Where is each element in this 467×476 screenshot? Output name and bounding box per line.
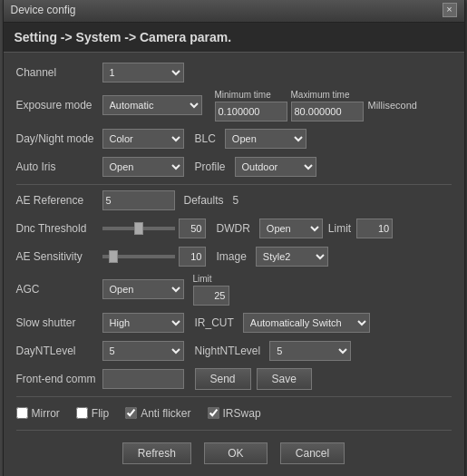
profile-group: Profile Outdoor Indoor xyxy=(195,157,316,177)
mirror-label: Mirror xyxy=(32,407,60,420)
ae-sensitivity-row: AE Sensitivity 10 Image Style1 Style2 St… xyxy=(16,246,452,267)
dnc-limit-input[interactable]: 10 xyxy=(356,219,393,238)
dnc-threshold-row: Dnc Threshold 50 DWDR Open Close Limit 1… xyxy=(16,218,452,239)
dwdr-group: DWDR Open Close Limit 10 xyxy=(217,219,394,238)
night-nt-level-label: NightNTLevel xyxy=(195,345,261,357)
mirror-checkbox[interactable] xyxy=(16,407,28,419)
mirror-checkbox-item: Mirror xyxy=(16,407,60,420)
day-night-mode-select[interactable]: Color B/W Auto xyxy=(102,129,184,149)
ae-reference-input[interactable]: 5 xyxy=(102,190,175,210)
exposure-mode-row: Exposure mode Automatic Manual Minimum t… xyxy=(16,90,452,121)
title-bar: Device config × xyxy=(4,0,464,23)
day-night-mode-row: Day/Night mode Color B/W Auto BLC Open C… xyxy=(16,128,452,150)
dnc-threshold-slider[interactable] xyxy=(102,227,175,230)
ae-sensitivity-label: AE Sensitivity xyxy=(16,250,102,263)
cancel-button[interactable]: Cancel xyxy=(280,442,345,464)
agc-limit-label: Limit xyxy=(193,274,212,284)
front-end-comm-row: Front-end comm Send Save xyxy=(16,368,452,390)
anti-flicker-label: Anti flicker xyxy=(141,407,190,420)
agc-select[interactable]: Open Close xyxy=(102,279,184,299)
ir-swap-checkbox[interactable] xyxy=(208,407,219,419)
ir-cut-select[interactable]: Automatically Switch Always Open Always … xyxy=(243,313,370,333)
auto-iris-select[interactable]: Open Close xyxy=(102,157,184,177)
profile-label: Profile xyxy=(195,160,226,173)
day-nt-level-select[interactable]: 12345 678910 xyxy=(102,341,184,361)
ir-swap-label: IRSwap xyxy=(223,407,261,420)
save-button[interactable]: Save xyxy=(257,368,312,390)
dnc-threshold-value[interactable]: 50 xyxy=(179,219,206,238)
ir-swap-checkbox-item: IRSwap xyxy=(208,407,261,420)
max-time-label: Maximum time xyxy=(291,90,350,100)
slow-shutter-label: Slow shutter xyxy=(16,316,102,329)
breadcrumb: Setting -> System -> Camera param. xyxy=(4,23,464,53)
auto-iris-row: Auto Iris Open Close Profile Outdoor Ind… xyxy=(16,156,452,178)
dwdr-label: DWDR xyxy=(217,222,250,235)
ir-cut-label: IR_CUT xyxy=(195,316,234,329)
ae-reference-label: AE Reference xyxy=(16,194,102,207)
blc-label: BLC xyxy=(195,132,216,145)
blc-group: BLC Open Close xyxy=(195,129,306,149)
checkbox-row: Mirror Flip Anti flicker IRSwap xyxy=(16,402,452,425)
defaults-label: Defaults xyxy=(184,194,224,207)
agc-label: AGC xyxy=(16,283,102,296)
day-night-mode-label: Day/Night mode xyxy=(16,132,102,145)
limit-label-dnc: Limit xyxy=(328,222,351,235)
front-end-comm-label: Front-end comm xyxy=(16,373,102,385)
agc-row: AGC Open Close Limit 25 xyxy=(16,274,452,306)
blc-select[interactable]: Open Close xyxy=(225,129,306,149)
profile-select[interactable]: Outdoor Indoor xyxy=(235,157,316,177)
defaults-value: 5 xyxy=(233,194,239,207)
auto-iris-label: Auto Iris xyxy=(16,160,102,173)
send-button[interactable]: Send xyxy=(195,368,251,390)
ok-button[interactable]: OK xyxy=(204,442,268,464)
exposure-mode-label: Exposure mode xyxy=(16,99,102,112)
image-group: Image Style1 Style2 Style3 xyxy=(217,247,328,267)
ae-sensitivity-value[interactable]: 10 xyxy=(179,247,206,267)
ir-cut-group: IR_CUT Automatically Switch Always Open … xyxy=(195,313,370,333)
agc-limit-input[interactable]: 25 xyxy=(193,286,229,306)
night-nt-level-select[interactable]: 12345 678910 xyxy=(269,341,351,361)
content-area: Channel 1 Exposure mode Automatic Manual… xyxy=(4,53,464,477)
window-title: Device config xyxy=(11,4,76,16)
bottom-button-row: Refresh OK Cancel xyxy=(16,435,452,470)
flip-checkbox[interactable] xyxy=(76,407,88,419)
flip-label: Flip xyxy=(92,407,109,420)
channel-label: Channel xyxy=(16,66,102,79)
channel-select[interactable]: 1 xyxy=(102,63,184,83)
night-nt-level-group: NightNTLevel 12345 678910 xyxy=(195,341,352,361)
close-button[interactable]: × xyxy=(443,3,457,17)
image-select[interactable]: Style1 Style2 Style3 xyxy=(256,247,328,267)
min-time-input[interactable]: 0.100000 xyxy=(215,102,287,121)
anti-flicker-checkbox[interactable] xyxy=(125,407,137,419)
exposure-mode-select[interactable]: Automatic Manual xyxy=(102,95,202,115)
ae-reference-row: AE Reference 5 Defaults 5 xyxy=(16,189,452,211)
flip-checkbox-item: Flip xyxy=(76,407,109,420)
dwdr-select[interactable]: Open Close xyxy=(259,219,323,238)
dnc-threshold-label: Dnc Threshold xyxy=(16,222,102,235)
max-time-input[interactable]: 80.000000 xyxy=(291,102,364,121)
slow-shutter-row: Slow shutter High Medium Low IR_CUT Auto… xyxy=(16,312,452,334)
device-config-window: Device config × Setting -> System -> Cam… xyxy=(3,0,465,476)
image-label: Image xyxy=(217,250,247,263)
front-end-comm-input[interactable] xyxy=(102,369,184,389)
ae-sensitivity-slider[interactable] xyxy=(102,255,175,258)
slow-shutter-select[interactable]: High Medium Low xyxy=(102,313,184,333)
refresh-button[interactable]: Refresh xyxy=(122,442,191,464)
channel-row: Channel 1 xyxy=(16,62,452,83)
day-nt-level-row: DayNTLevel 12345 678910 NightNTLevel 123… xyxy=(16,340,452,362)
day-nt-level-label: DayNTLevel xyxy=(16,345,102,357)
min-time-label: Minimum time xyxy=(215,90,271,100)
anti-flicker-checkbox-item: Anti flicker xyxy=(125,407,190,420)
millisecond-label: Millisecond xyxy=(368,100,417,111)
